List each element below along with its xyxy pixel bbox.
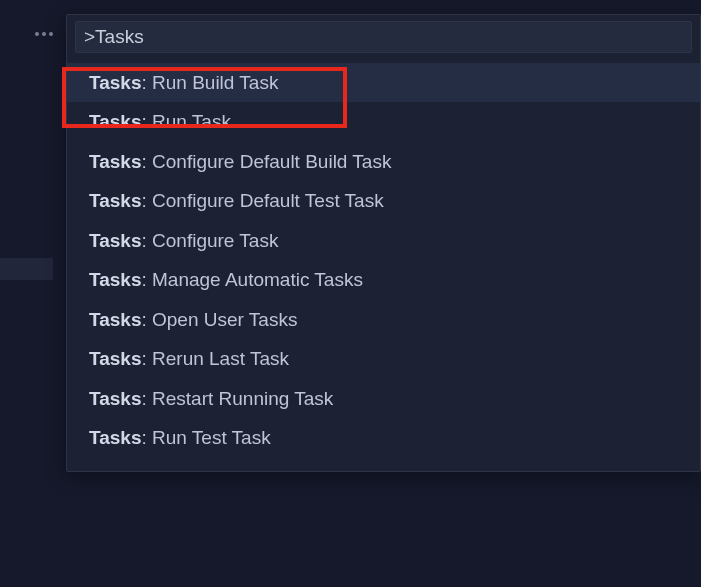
result-prefix: Tasks <box>89 388 141 409</box>
result-rest: : Manage Automatic Tasks <box>141 269 362 290</box>
result-rest: : Open User Tasks <box>141 309 297 330</box>
result-prefix: Tasks <box>89 348 141 369</box>
result-rest: : Run Test Task <box>141 427 270 448</box>
more-icon[interactable] <box>35 32 53 36</box>
result-prefix: Tasks <box>89 427 141 448</box>
result-rest: : Configure Task <box>141 230 278 251</box>
result-rest: : Run Build Task <box>141 72 278 93</box>
command-results-list: Tasks: Run Build Task Tasks: Run Task Ta… <box>67 59 700 471</box>
command-result-item[interactable]: Tasks: Rerun Last Task <box>67 339 700 378</box>
result-prefix: Tasks <box>89 230 141 251</box>
command-input[interactable] <box>75 21 692 53</box>
command-palette: Tasks: Run Build Task Tasks: Run Task Ta… <box>66 14 701 472</box>
result-rest: : Rerun Last Task <box>141 348 289 369</box>
sidebar-item-highlight <box>0 258 53 280</box>
result-prefix: Tasks <box>89 111 141 132</box>
result-rest: : Run Task <box>141 111 230 132</box>
result-prefix: Tasks <box>89 151 141 172</box>
command-result-item[interactable]: Tasks: Run Build Task <box>67 63 700 102</box>
command-result-item[interactable]: Tasks: Configure Default Build Task <box>67 142 700 181</box>
command-result-item[interactable]: Tasks: Configure Default Test Task <box>67 181 700 220</box>
command-result-item[interactable]: Tasks: Restart Running Task <box>67 379 700 418</box>
result-rest: : Configure Default Build Task <box>141 151 391 172</box>
result-prefix: Tasks <box>89 269 141 290</box>
command-result-item[interactable]: Tasks: Manage Automatic Tasks <box>67 260 700 299</box>
result-prefix: Tasks <box>89 72 141 93</box>
command-result-item[interactable]: Tasks: Run Task <box>67 102 700 141</box>
command-input-container <box>67 15 700 59</box>
result-prefix: Tasks <box>89 309 141 330</box>
result-prefix: Tasks <box>89 190 141 211</box>
command-result-item[interactable]: Tasks: Open User Tasks <box>67 300 700 339</box>
command-result-item[interactable]: Tasks: Configure Task <box>67 221 700 260</box>
result-rest: : Configure Default Test Task <box>141 190 383 211</box>
command-result-item[interactable]: Tasks: Run Test Task <box>67 418 700 457</box>
result-rest: : Restart Running Task <box>141 388 333 409</box>
